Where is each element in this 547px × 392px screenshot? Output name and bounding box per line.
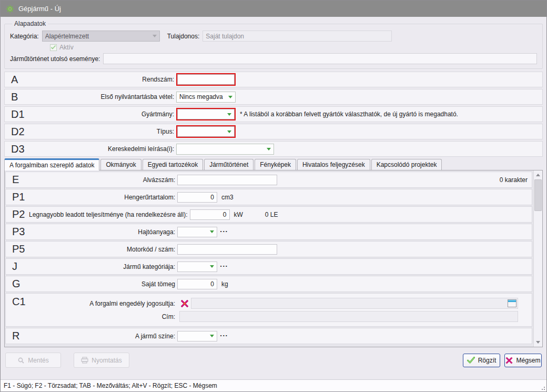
scrollbar-thumb[interactable] [534, 179, 542, 211]
required-marker [176, 73, 236, 86]
cim-label: Cím: [29, 313, 177, 320]
tab-hivatalos-feljegyzesek[interactable]: Hivatalos feljegyzések [297, 159, 370, 170]
unit-label: kW [234, 211, 243, 218]
titlebar: Gépjármű - Új [1, 1, 546, 17]
row-hajtoanyag: P3 Hajtóanyaga: ··· [5, 224, 532, 240]
document-rows: A Rendszám: B Első nyilvántartásba vétel… [4, 72, 543, 157]
row-kereskedelmi-leiras: D3 Kereskedelmi leírása(i): [4, 141, 543, 157]
sajat-tomeg-label: Saját tömeg [29, 280, 177, 288]
dropdown-arrow-icon [227, 113, 231, 116]
aktiv-label: Aktív [59, 44, 74, 51]
dropdown-arrow-icon [210, 335, 214, 337]
arrow-down-icon [536, 341, 540, 344]
elso-nyilvantartas-select[interactable]: Nincs megadva [176, 92, 236, 103]
print-button[interactable]: Nyomtatás [74, 353, 129, 368]
row-code: P5 [6, 243, 29, 255]
row-code: B [5, 91, 28, 103]
jarmu-kategoria-label: Jármű kategóriája: [29, 263, 177, 270]
row-tipus: D2 Típus: [4, 124, 543, 139]
alvazszam-label: Alvázszám: [29, 176, 177, 184]
hajtoanyag-lookup-button[interactable]: ··· [220, 228, 228, 235]
row-sajat-tomeg: G Saját tömeg kg [5, 276, 532, 292]
tab-okmanyok[interactable]: Okmányok [100, 159, 141, 170]
unit-label: cm3 [221, 194, 234, 201]
printer-icon [81, 357, 88, 364]
jarmu-kategoria-lookup-button[interactable]: ··· [220, 263, 228, 270]
resize-grip[interactable] [540, 385, 545, 390]
tab-jarmutortenet[interactable]: Járműtörténet [204, 159, 254, 170]
tab-panel-forgalmi-adatok: E Alvázszám: 0 karakter P1 Hengerűrtarta… [4, 170, 543, 347]
cancel-button[interactable]: Mégsem [504, 354, 542, 367]
required-marker [176, 108, 236, 120]
chevron-down-icon [153, 35, 157, 37]
tipus-select[interactable] [177, 126, 235, 137]
gyartmany-label: Gyártmány: [28, 110, 176, 118]
motorkod-input[interactable] [177, 244, 277, 255]
hengerurtartalom-label: Hengerűrtartalom: [29, 194, 177, 201]
vehicle-new-window: Gépjármű - Új Alapadatok Kategória: Alap… [0, 0, 547, 392]
magnifier-icon [17, 357, 25, 364]
cim-field [179, 311, 518, 322]
row-hengerurtartalom: P1 Hengerűrtartalom: cm3 [5, 189, 532, 205]
sajat-tomeg-input[interactable] [177, 279, 217, 289]
basic-data-group: Alapadatok Kategória: Alapértelmezett Tu… [4, 20, 543, 69]
elso-nyilvantartas-label: Első nyilvántartásba vétel: [28, 93, 176, 100]
row-teljesitmeny: P2 Legnagyobb leadott teljesítménye (ha … [5, 206, 532, 223]
character-counter: 0 karakter [500, 176, 532, 184]
steering-wheel-icon [6, 5, 14, 13]
tulajdonos-label: Tulajdonos: [167, 33, 200, 40]
forgalmi-engedely-field [191, 298, 518, 309]
motorkod-label: Motorkód / szám: [29, 246, 177, 253]
gyartmany-select[interactable] [177, 109, 235, 119]
lookup-window-icon[interactable] [508, 299, 516, 307]
shortcut-help-text: F1 - Súgó; F2 - Törzsadat; TAB - Mezővál… [4, 382, 217, 389]
row-gyartmany: D1 Gyártmány: * A listából a korábban fe… [4, 106, 543, 122]
scroll-down-arrow[interactable] [534, 338, 542, 347]
row-code: P3 [6, 226, 29, 238]
tab-forgalmi-adatok[interactable]: A forgalmiban szereplő adatok [4, 158, 99, 170]
hajtoanyag-select[interactable] [177, 227, 217, 237]
tab-egyedi-tartozekok[interactable]: Egyedi tartozékok [143, 159, 203, 170]
aktiv-checkbox [50, 44, 57, 51]
row-jarmu-kategoria: J Jármű kategóriája: ··· [5, 258, 532, 275]
kereskedelmi-leiras-label: Kereskedelmi leírása(i): [28, 145, 176, 153]
horsepower-label: 0 LE [265, 211, 278, 218]
teljesitmeny-input[interactable] [190, 209, 230, 220]
kereskedelmi-leiras-select[interactable] [176, 144, 274, 155]
tab-fenykepek[interactable]: Fényképek [255, 159, 296, 170]
scroll-up-arrow[interactable] [534, 170, 542, 179]
gyartmany-note: * A listából a korábban felvett gyártók … [240, 110, 458, 118]
tortenet-label: Járműtörténet utolsó eseménye: [10, 55, 100, 63]
clear-x-icon[interactable] [180, 299, 189, 308]
dropdown-arrow-icon [267, 148, 271, 150]
row-code: A [5, 74, 28, 86]
tab-kapcsolodo-projektek[interactable]: Kapcsolódó projektek [371, 159, 442, 170]
rendszam-input[interactable] [177, 74, 235, 85]
row-code: G [6, 278, 29, 290]
hengerurtartalom-input[interactable] [177, 192, 217, 203]
save-button[interactable]: Mentés [5, 353, 61, 368]
tortenet-field[interactable] [103, 53, 537, 64]
dropdown-arrow-icon [210, 230, 214, 233]
alvazszam-input[interactable] [177, 175, 277, 185]
status-bar: F1 - Súgó; F2 - Törzsadat; TAB - Mezővál… [1, 379, 546, 391]
submit-button[interactable]: Rögzít [463, 354, 500, 367]
kategoria-select: Alapértelmezett [42, 31, 160, 42]
vertical-scrollbar[interactable] [533, 170, 542, 347]
row-code: D3 [5, 143, 28, 155]
check-icon [467, 357, 475, 364]
row-code: D1 [5, 108, 28, 120]
row-code: R [6, 330, 29, 342]
dropdown-arrow-icon [228, 96, 232, 98]
row-elso-nyilvantartas: B Első nyilvántartásba vétel: Nincs mega… [4, 89, 543, 105]
jarmu-kategoria-select[interactable] [177, 262, 217, 272]
row-jarmu-szine: R A jármű színe: ··· [5, 328, 532, 344]
jarmu-szine-lookup-button[interactable]: ··· [220, 333, 228, 339]
jarmu-szine-select[interactable] [177, 331, 217, 341]
row-code: D2 [5, 126, 28, 138]
row-alvazszam: E Alvázszám: 0 karakter [5, 172, 532, 188]
jarmu-szine-label: A jármű színe: [29, 333, 177, 340]
window-title: Gépjármű - Új [18, 5, 61, 13]
cross-icon [505, 357, 513, 364]
row-rendszam: A Rendszám: [4, 72, 543, 87]
